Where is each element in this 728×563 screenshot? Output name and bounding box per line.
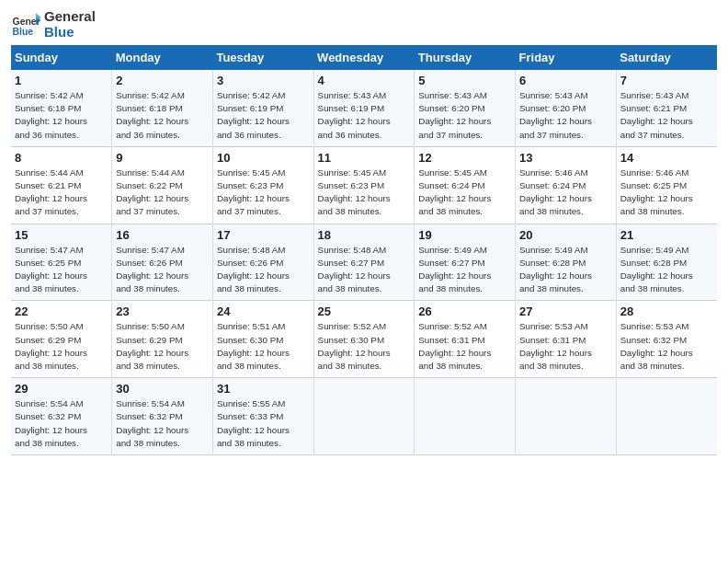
day-number: 30 <box>116 382 209 396</box>
day-number: 1 <box>15 74 108 87</box>
day-number: 5 <box>418 74 511 87</box>
col-header-wednesday: Wednesday <box>313 45 415 70</box>
calendar-cell: 9Sunrise: 5:44 AMSunset: 6:22 PMDaylight… <box>112 146 213 224</box>
day-info: Sunrise: 5:48 AMSunset: 6:27 PMDaylight:… <box>318 244 411 296</box>
day-number: 7 <box>620 74 713 87</box>
calendar-cell: 30Sunrise: 5:54 AMSunset: 6:32 PMDayligh… <box>112 378 213 455</box>
calendar-cell: 10Sunrise: 5:45 AMSunset: 6:23 PMDayligh… <box>212 146 313 224</box>
day-number: 22 <box>15 304 108 318</box>
day-info: Sunrise: 5:47 AMSunset: 6:25 PMDaylight:… <box>15 244 108 296</box>
day-info: Sunrise: 5:45 AMSunset: 6:24 PMDaylight:… <box>418 167 511 219</box>
day-number: 23 <box>116 304 209 318</box>
day-info: Sunrise: 5:54 AMSunset: 6:32 PMDaylight:… <box>116 397 209 450</box>
logo-text: General Blue <box>44 9 96 40</box>
day-number: 25 <box>318 304 411 318</box>
calendar-cell: 5Sunrise: 5:43 AMSunset: 6:20 PMDaylight… <box>415 70 516 146</box>
calendar-week-row: 15Sunrise: 5:47 AMSunset: 6:25 PMDayligh… <box>11 224 717 301</box>
day-number: 2 <box>116 74 209 87</box>
calendar-cell: 2Sunrise: 5:42 AMSunset: 6:18 PMDaylight… <box>112 70 213 146</box>
calendar-cell: 28Sunrise: 5:53 AMSunset: 6:32 PMDayligh… <box>616 301 717 378</box>
day-info: Sunrise: 5:44 AMSunset: 6:22 PMDaylight:… <box>116 167 209 219</box>
col-header-thursday: Thursday <box>415 45 516 70</box>
day-info: Sunrise: 5:46 AMSunset: 6:24 PMDaylight:… <box>519 167 612 219</box>
day-info: Sunrise: 5:43 AMSunset: 6:19 PMDaylight:… <box>318 89 411 142</box>
calendar-cell: 21Sunrise: 5:49 AMSunset: 6:28 PMDayligh… <box>616 224 717 301</box>
calendar-cell: 16Sunrise: 5:47 AMSunset: 6:26 PMDayligh… <box>112 224 213 301</box>
calendar-cell: 13Sunrise: 5:46 AMSunset: 6:24 PMDayligh… <box>516 146 617 224</box>
header: General Blue General Blue <box>11 9 717 40</box>
day-info: Sunrise: 5:43 AMSunset: 6:20 PMDaylight:… <box>519 89 612 142</box>
calendar-cell: 17Sunrise: 5:48 AMSunset: 6:26 PMDayligh… <box>212 224 313 301</box>
calendar-cell: 25Sunrise: 5:52 AMSunset: 6:30 PMDayligh… <box>313 301 415 378</box>
calendar-cell: 8Sunrise: 5:44 AMSunset: 6:21 PMDaylight… <box>11 146 112 224</box>
day-number: 8 <box>15 151 108 165</box>
day-info: Sunrise: 5:50 AMSunset: 6:29 PMDaylight:… <box>116 320 209 373</box>
day-number: 20 <box>519 228 612 242</box>
calendar-cell: 7Sunrise: 5:43 AMSunset: 6:21 PMDaylight… <box>616 70 717 146</box>
day-info: Sunrise: 5:48 AMSunset: 6:26 PMDaylight:… <box>217 244 310 296</box>
day-number: 13 <box>519 151 612 165</box>
day-info: Sunrise: 5:49 AMSunset: 6:28 PMDaylight:… <box>519 244 612 296</box>
day-info: Sunrise: 5:52 AMSunset: 6:30 PMDaylight:… <box>318 320 411 373</box>
col-header-saturday: Saturday <box>616 45 717 70</box>
day-info: Sunrise: 5:51 AMSunset: 6:30 PMDaylight:… <box>217 320 310 373</box>
day-info: Sunrise: 5:42 AMSunset: 6:18 PMDaylight:… <box>15 89 108 142</box>
day-info: Sunrise: 5:49 AMSunset: 6:27 PMDaylight:… <box>418 244 511 296</box>
day-number: 31 <box>217 382 310 396</box>
day-number: 27 <box>519 304 612 318</box>
calendar-cell: 29Sunrise: 5:54 AMSunset: 6:32 PMDayligh… <box>11 378 112 455</box>
calendar-cell: 4Sunrise: 5:43 AMSunset: 6:19 PMDaylight… <box>313 70 415 146</box>
calendar-cell: 27Sunrise: 5:53 AMSunset: 6:31 PMDayligh… <box>516 301 617 378</box>
calendar-cell: 19Sunrise: 5:49 AMSunset: 6:27 PMDayligh… <box>415 224 516 301</box>
day-info: Sunrise: 5:44 AMSunset: 6:21 PMDaylight:… <box>15 167 108 219</box>
day-info: Sunrise: 5:42 AMSunset: 6:18 PMDaylight:… <box>116 89 209 142</box>
calendar-cell: 3Sunrise: 5:42 AMSunset: 6:19 PMDaylight… <box>212 70 313 146</box>
day-info: Sunrise: 5:43 AMSunset: 6:20 PMDaylight:… <box>418 89 511 142</box>
calendar-cell: 20Sunrise: 5:49 AMSunset: 6:28 PMDayligh… <box>516 224 617 301</box>
day-number: 15 <box>15 228 108 242</box>
day-number: 26 <box>418 304 511 318</box>
calendar-cell <box>415 378 516 455</box>
logo: General Blue General Blue <box>11 9 96 40</box>
calendar-cell: 12Sunrise: 5:45 AMSunset: 6:24 PMDayligh… <box>415 146 516 224</box>
day-number: 10 <box>217 151 310 165</box>
day-number: 11 <box>318 151 411 165</box>
calendar-cell <box>516 378 617 455</box>
svg-text:Blue: Blue <box>13 27 34 37</box>
calendar-cell: 6Sunrise: 5:43 AMSunset: 6:20 PMDaylight… <box>516 70 617 146</box>
col-header-sunday: Sunday <box>11 45 112 70</box>
calendar-cell: 14Sunrise: 5:46 AMSunset: 6:25 PMDayligh… <box>616 146 717 224</box>
day-number: 12 <box>418 151 511 165</box>
day-info: Sunrise: 5:55 AMSunset: 6:33 PMDaylight:… <box>217 397 310 450</box>
day-info: Sunrise: 5:46 AMSunset: 6:25 PMDaylight:… <box>620 167 713 219</box>
day-info: Sunrise: 5:53 AMSunset: 6:32 PMDaylight:… <box>620 320 713 373</box>
day-info: Sunrise: 5:45 AMSunset: 6:23 PMDaylight:… <box>318 167 411 219</box>
day-number: 6 <box>519 74 612 87</box>
calendar-cell: 22Sunrise: 5:50 AMSunset: 6:29 PMDayligh… <box>11 301 112 378</box>
day-number: 4 <box>318 74 411 87</box>
day-number: 21 <box>620 228 713 242</box>
calendar-cell <box>313 378 415 455</box>
day-info: Sunrise: 5:45 AMSunset: 6:23 PMDaylight:… <box>217 167 310 219</box>
day-number: 3 <box>217 74 310 87</box>
main-container: General Blue General Blue SundayMondayTu… <box>0 0 728 463</box>
day-number: 14 <box>620 151 713 165</box>
logo-icon: General Blue <box>11 10 40 40</box>
calendar-cell: 15Sunrise: 5:47 AMSunset: 6:25 PMDayligh… <box>11 224 112 301</box>
day-number: 17 <box>217 228 310 242</box>
calendar-cell: 26Sunrise: 5:52 AMSunset: 6:31 PMDayligh… <box>415 301 516 378</box>
day-number: 16 <box>116 228 209 242</box>
day-info: Sunrise: 5:54 AMSunset: 6:32 PMDaylight:… <box>15 397 108 450</box>
col-header-friday: Friday <box>516 45 617 70</box>
calendar-header-row: SundayMondayTuesdayWednesdayThursdayFrid… <box>11 45 717 70</box>
day-info: Sunrise: 5:49 AMSunset: 6:28 PMDaylight:… <box>620 244 713 296</box>
day-info: Sunrise: 5:43 AMSunset: 6:21 PMDaylight:… <box>620 89 713 142</box>
day-number: 18 <box>318 228 411 242</box>
calendar-week-row: 8Sunrise: 5:44 AMSunset: 6:21 PMDaylight… <box>11 146 717 224</box>
calendar-cell: 1Sunrise: 5:42 AMSunset: 6:18 PMDaylight… <box>11 70 112 146</box>
day-number: 28 <box>620 304 713 318</box>
calendar-week-row: 22Sunrise: 5:50 AMSunset: 6:29 PMDayligh… <box>11 301 717 378</box>
col-header-tuesday: Tuesday <box>212 45 313 70</box>
calendar-cell <box>616 378 717 455</box>
day-info: Sunrise: 5:50 AMSunset: 6:29 PMDaylight:… <box>15 320 108 373</box>
